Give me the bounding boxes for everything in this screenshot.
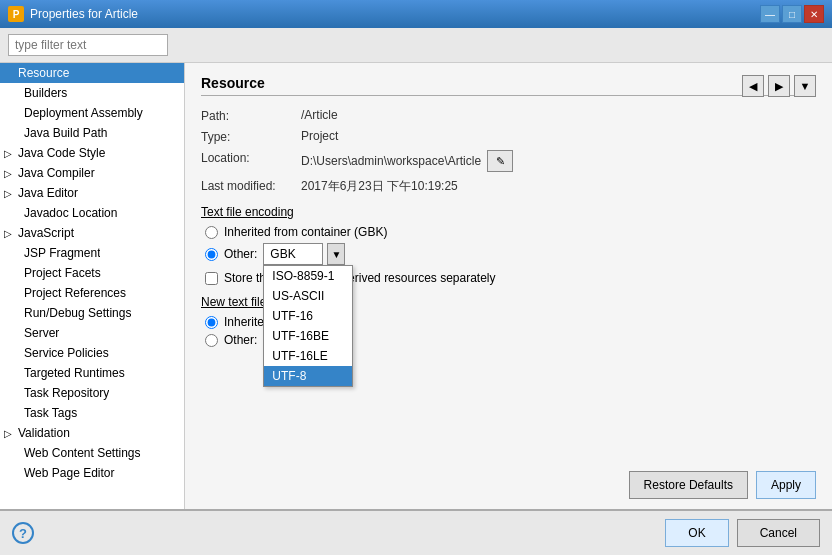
encoding-dropdown-area: ▼ ISO-8859-1 US-ASCII UTF-16 UTF-16BE UT… [263,243,345,265]
sidebar-item-label: Project References [24,286,126,300]
location-edit-button[interactable]: ✎ [487,150,513,172]
sidebar-item-web-content-settings[interactable]: Web Content Settings [0,443,184,463]
sidebar-item-label: Javadoc Location [24,206,117,220]
restore-defaults-button[interactable]: Restore Defaults [629,471,748,499]
right-panel: ◀ ▶ ▼ Resource Path: /Article Type: Proj… [185,63,832,509]
sidebar-item-project-facets[interactable]: Project Facets [0,263,184,283]
sidebar-item-server[interactable]: Server [0,323,184,343]
inherited-radio[interactable] [205,226,218,239]
sidebar-item-builders[interactable]: Builders [0,83,184,103]
sidebar-item-label: Deployment Assembly [24,106,143,120]
minimize-button[interactable]: — [760,5,780,23]
sidebar-item-label: Web Content Settings [24,446,141,460]
sidebar-item-label: Java Editor [18,186,78,200]
sidebar-item-java-build-path[interactable]: Java Build Path [0,123,184,143]
store-encoding-checkbox[interactable] [205,272,218,285]
dropdown-option-iso88591[interactable]: ISO-8859-1 [264,266,352,286]
sidebar-item-label: Java Compiler [18,166,95,180]
dropdown-option-utf16be[interactable]: UTF-16BE [264,326,352,346]
path-value: /Article [301,108,338,122]
sidebar-item-resource[interactable]: Resource [0,63,184,83]
back-button[interactable]: ◀ [742,75,764,97]
ok-button[interactable]: OK [665,519,728,547]
title-controls: — □ ✕ [760,5,824,23]
sidebar-item-label: Project Facets [24,266,101,280]
encoding-section-label: Text file encoding [201,205,816,219]
filter-row [0,28,832,63]
panel-toolbar: ◀ ▶ ▼ [742,75,816,97]
menu-button[interactable]: ▼ [794,75,816,97]
apply-button[interactable]: Apply [756,471,816,499]
last-modified-row: Last modified: 2017年6月23日 下午10:19:25 [201,178,816,195]
sidebar-item-label: Run/Debug Settings [24,306,131,320]
other-radio-label: Other: [224,247,257,261]
type-value: Project [301,129,338,143]
other-radio[interactable] [205,248,218,261]
sidebar-item-javascript[interactable]: ▷ JavaScript [0,223,184,243]
maximize-button[interactable]: □ [782,5,802,23]
sidebar-item-project-references[interactable]: Project References [0,283,184,303]
sidebar-item-label: JavaScript [18,226,74,240]
sidebar-item-deployment-assembly[interactable]: Deployment Assembly [0,103,184,123]
window-title: Properties for Article [30,7,138,21]
dropdown-option-usascii[interactable]: US-ASCII [264,286,352,306]
footer-left: ? [12,522,34,544]
location-value: D:\Users\admin\workspace\Article [301,154,481,168]
sidebar-item-java-compiler[interactable]: ▷ Java Compiler [0,163,184,183]
cancel-button[interactable]: Cancel [737,519,820,547]
inherited-radio-label: Inherited from container (GBK) [224,225,387,239]
sidebar-item-targeted-runtimes[interactable]: Targeted Runtimes [0,363,184,383]
title-bar-left: P Properties for Article [8,6,138,22]
dialog-footer: ? OK Cancel [0,509,832,555]
footer-right: OK Cancel [665,519,820,547]
sidebar-item-web-page-editor[interactable]: Web Page Editor [0,463,184,483]
last-modified-label: Last modified: [201,178,301,193]
expand-arrow: ▷ [4,428,14,439]
dropdown-option-utf16[interactable]: UTF-16 [264,306,352,326]
sidebar-item-label: Java Code Style [18,146,105,160]
sidebar-item-label: JSP Fragment [24,246,100,260]
main-container: Resource Builders Deployment Assembly Ja… [0,28,832,555]
sidebar-item-label: Builders [24,86,67,100]
type-label: Type: [201,129,301,144]
app-icon: P [8,6,24,22]
sidebar-item-run-debug[interactable]: Run/Debug Settings [0,303,184,323]
filter-input[interactable] [8,34,168,56]
sidebar-item-service-policies[interactable]: Service Policies [0,343,184,363]
expand-arrow: ▷ [4,168,14,179]
sidebar-item-label: Targeted Runtimes [24,366,125,380]
sidebar-item-label: Web Page Editor [24,466,115,480]
sidebar-item-task-repository[interactable]: Task Repository [0,383,184,403]
sidebar-item-task-tags[interactable]: Task Tags [0,403,184,423]
panel-title: Resource [201,75,816,96]
location-row: Location: D:\Users\admin\workspace\Artic… [201,150,816,172]
help-button[interactable]: ? [12,522,34,544]
inherited-radio-row: Inherited from container (GBK) [205,225,816,239]
type-row: Type: Project [201,129,816,144]
close-button[interactable]: ✕ [804,5,824,23]
other-radio-row: Other: ▼ ISO-8859-1 US-ASCII UTF-16 UTF-… [205,243,816,265]
encoding-input[interactable] [263,243,323,265]
sidebar-item-label: Java Build Path [24,126,107,140]
delimiter-other-label: Other: [224,333,257,347]
expand-arrow: ▷ [4,148,14,159]
location-label: Location: [201,150,301,165]
dropdown-option-utf16le[interactable]: UTF-16LE [264,346,352,366]
sidebar-item-validation[interactable]: ▷ Validation [0,423,184,443]
delimiter-inherited-radio[interactable] [205,316,218,329]
sidebar-item-jsp-fragment[interactable]: JSP Fragment [0,243,184,263]
last-modified-value: 2017年6月23日 下午10:19:25 [301,178,458,195]
sidebar-item-java-code-style[interactable]: ▷ Java Code Style [0,143,184,163]
delimiter-other-radio[interactable] [205,334,218,347]
sidebar-item-label: Resource [18,66,69,80]
dropdown-option-utf8[interactable]: UTF-8 [264,366,352,386]
sidebar-item-java-editor[interactable]: ▷ Java Editor [0,183,184,203]
forward-button[interactable]: ▶ [768,75,790,97]
encoding-dropdown-button[interactable]: ▼ [327,243,345,265]
sidebar-item-label: Service Policies [24,346,109,360]
encoding-section: Text file encoding Inherited from contai… [201,205,816,285]
encoding-dropdown-menu: ISO-8859-1 US-ASCII UTF-16 UTF-16BE UTF-… [263,265,353,387]
sidebar-item-label: Server [24,326,59,340]
expand-arrow: ▷ [4,188,14,199]
sidebar-item-javadoc-location[interactable]: Javadoc Location [0,203,184,223]
